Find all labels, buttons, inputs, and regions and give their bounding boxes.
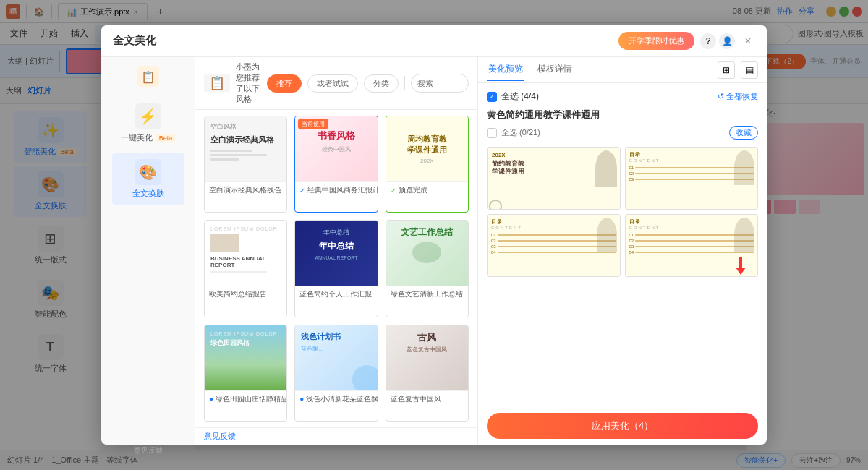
person-figure-3 <box>597 218 617 252</box>
template-white-thumb: 空白风格 空白演示经典风格 <box>205 116 286 181</box>
template-white[interactable]: 空白风格 空白演示经典风格 空白演示经典风格线色 <box>204 116 287 213</box>
modal-sidebar: 📋 ⚡ 一键美化 Beta 🎨 全文换肤 意见反馈 <box>101 57 195 445</box>
sidebar-full-skin[interactable]: 🎨 全文换肤 <box>112 153 184 205</box>
modal-header-right: 开学季限时优惠 ? 👤 × <box>618 32 755 50</box>
modal-main: 📋 小墨为您推荐了以下风格 推荐 或者试试 分类 <box>195 57 477 445</box>
preview-slide-2-thumb: 目录 CONTENT 01 02 03 <box>626 148 758 209</box>
template-euro-thumb: LOREM IPSUM DOLOR BUSINESS ANNUAL REPORT <box>205 221 286 286</box>
section-check-label: 全选 (0/21) <box>501 127 540 138</box>
filter-sep <box>404 76 405 90</box>
preview-slide-4[interactable]: 目录 CONTENT 01 02 03 04 <box>625 214 759 277</box>
template-flower[interactable]: 浅色计划书 蓝色飘... ●浅色小清新花朵蓝色飘... <box>294 325 378 422</box>
template-desc: 小墨为您推荐了以下风格 <box>236 61 261 105</box>
one-key-label: 一键美化 Beta <box>121 132 176 143</box>
rec-icon-pink: ✓ <box>299 187 305 195</box>
template-pink-cn[interactable]: 当前使用 书香风格 经典中国风 ✓经典中国风商务汇报计... <box>294 116 378 213</box>
restore-btn[interactable]: ↺ 全都恢复 <box>718 91 758 102</box>
preview-list-icon[interactable]: ▤ <box>741 61 758 79</box>
template-blue-biz-label: 蓝色简约个人工作汇报 <box>295 286 377 302</box>
template-edu-thumb: 周均教育教学课件通用 202X <box>386 116 468 181</box>
template-white-label: 空白演示经典风格线色 <box>205 181 286 198</box>
modal-user-icon[interactable]: 👤 <box>719 33 735 49</box>
current-use-badge: 当前使用 <box>298 119 328 129</box>
sidebar-one-key[interactable]: ⚡ 一键美化 Beta <box>112 98 184 149</box>
sidebar-template-icon[interactable]: 📋 <box>137 66 159 87</box>
check-all-row: ✓ 全选 (4/4) ↺ 全都恢复 <box>487 90 758 103</box>
rec-icon-field: ● <box>209 395 213 403</box>
preview-panel: 美化预览 模板详情 ⊞ ▤ ✓ 全选 (4/4) ↺ 全都恢复 <box>477 57 767 445</box>
template-filter-row: 📋 小墨为您推荐了以下风格 推荐 或者试试 分类 <box>195 57 477 110</box>
template-flower-thumb: 浅色计划书 蓝色飘... <box>295 325 377 390</box>
modal-title: 全文美化 <box>113 34 618 48</box>
filter-category[interactable]: 分类 <box>364 74 399 93</box>
preview-slide-1-thumb: 202X 简约教育教学课件通用 <box>488 148 620 209</box>
template-pink-cn-label: ✓经典中国风商务汇报计... <box>295 181 377 198</box>
filter-recommend[interactable]: 推荐 <box>267 74 302 93</box>
preview-grid-icon[interactable]: ⊞ <box>718 61 735 79</box>
preview-tabs-row: 美化预览 模板详情 ⊞ ▤ <box>478 57 767 83</box>
template-green-field[interactable]: LOREM IPSUM DOLOR 绿色田园风格 ●绿色田园山庄恬静精品商务..… <box>204 325 287 422</box>
preview-tab-template[interactable]: 模板详情 <box>536 59 574 81</box>
preview-tab-beautify[interactable]: 美化预览 <box>487 59 524 81</box>
preview-section: 黄色简约通用教学课件通用 全选 (0/21) 收藏 <box>487 108 758 140</box>
preview-action-icons: ⊞ ▤ <box>718 61 758 79</box>
modal-header: 全文美化 开学季限时优惠 ? 👤 × <box>101 25 767 57</box>
modal-help-icon[interactable]: ? <box>700 33 716 49</box>
feedback-link[interactable]: 意见反馈 <box>204 431 236 442</box>
rec-icon-flower: ● <box>299 395 304 403</box>
full-skin-sidebar-icon: 🎨 <box>135 159 161 185</box>
preview-slide-4-thumb: 目录 CONTENT 01 02 03 04 <box>626 215 758 276</box>
template-green-art-thumb: 文艺工作总结 <box>386 221 468 286</box>
filter-try[interactable]: 或者试试 <box>307 74 358 93</box>
template-icon-btn[interactable]: 📋 <box>204 74 230 92</box>
template-flower-label: ●浅色小清新花朵蓝色飘... <box>295 390 377 407</box>
template-blue-biz-thumb: 年中总结 年中总结 ANNUAL REPORT <box>295 221 377 286</box>
check-icon-edu: ✓ <box>391 187 396 195</box>
modal-overlay: 全文美化 开学季限时优惠 ? 👤 × 📋 <box>0 0 868 470</box>
template-grid: 空白风格 空白演示经典风格 空白演示经典风格线色 <box>195 110 477 427</box>
template-ancient-label: 蓝色复古中国风 <box>386 390 468 407</box>
template-pink-cn-thumb: 当前使用 书香风格 经典中国风 <box>295 116 377 181</box>
modal-icons: ? 👤 <box>700 33 735 49</box>
template-euro[interactable]: LOREM IPSUM DOLOR BUSINESS ANNUAL REPORT… <box>204 220 287 317</box>
preview-slide-3[interactable]: 目录 CONTENT 01 02 03 04 <box>487 214 621 277</box>
collect-btn[interactable]: 收藏 <box>729 126 758 140</box>
template-edu-label: ✓ 预览完成 <box>386 181 468 198</box>
beautify-modal: 全文美化 开学季限时优惠 ? 👤 × 📋 <box>101 25 767 445</box>
template-search-input[interactable] <box>411 74 469 93</box>
template-blue-biz[interactable]: 年中总结 年中总结 ANNUAL REPORT 蓝色简约个人工作汇报 <box>294 220 378 317</box>
preview-slides-grid: 202X 简约教育教学课件通用 <box>487 147 758 277</box>
one-key-icon: ⚡ <box>135 103 161 129</box>
person-figure-2 <box>734 150 754 185</box>
check-all-label: 全选 (4/4) <box>501 90 539 103</box>
template-green-field-thumb: LOREM IPSUM DOLOR 绿色田园风格 <box>205 325 286 390</box>
modal-body: 📋 ⚡ 一键美化 Beta 🎨 全文换肤 意见反馈 <box>101 57 767 445</box>
section-check-row: 全选 (0/21) 收藏 <box>487 126 758 140</box>
apply-btn[interactable]: 应用美化（4） <box>487 413 758 439</box>
check-all-checkbox[interactable]: ✓ <box>487 92 497 102</box>
template-ancient-thumb: 古风 蓝色复古中国风 <box>386 325 468 390</box>
template-euro-label: 欧美简约总结报告 <box>205 286 286 302</box>
section-title: 黄色简约通用教学课件通用 <box>487 108 758 121</box>
template-ancient[interactable]: 古风 蓝色复古中国风 蓝色复古中国风 <box>386 325 469 422</box>
preview-slide-2[interactable]: 目录 CONTENT 01 02 03 <box>625 147 759 210</box>
preview-body: ✓ 全选 (4/4) ↺ 全都恢复 黄色简约通用教学课件通用 全选 (0/21)… <box>478 83 767 407</box>
feedback-row: 意见反馈 <box>195 427 477 445</box>
template-green-field-label: ●绿色田园山庄恬静精品商务... <box>205 390 286 407</box>
person-figure-4 <box>734 218 754 252</box>
modal-close-btn[interactable]: × <box>741 34 755 48</box>
promo-btn[interactable]: 开学季限时优惠 <box>618 32 694 50</box>
template-green-art-label: 绿色文艺清新工作总结 <box>386 286 468 302</box>
arrow-indicator <box>736 257 746 275</box>
section-checkbox[interactable] <box>487 128 497 138</box>
template-edu[interactable]: 周均教育教学课件通用 202X ✓ 预览完成 <box>386 116 469 213</box>
modal-sidebar-icons: 📋 <box>133 66 163 87</box>
deco-1 <box>489 200 502 209</box>
template-green-art[interactable]: 文艺工作总结 绿色文艺清新工作总结 <box>386 220 469 317</box>
full-skin-sidebar-label: 全文换肤 <box>132 188 164 199</box>
preview-slide-3-thumb: 目录 CONTENT 01 02 03 04 <box>488 215 620 276</box>
preview-slide-1[interactable]: 202X 简约教育教学课件通用 <box>487 147 621 210</box>
